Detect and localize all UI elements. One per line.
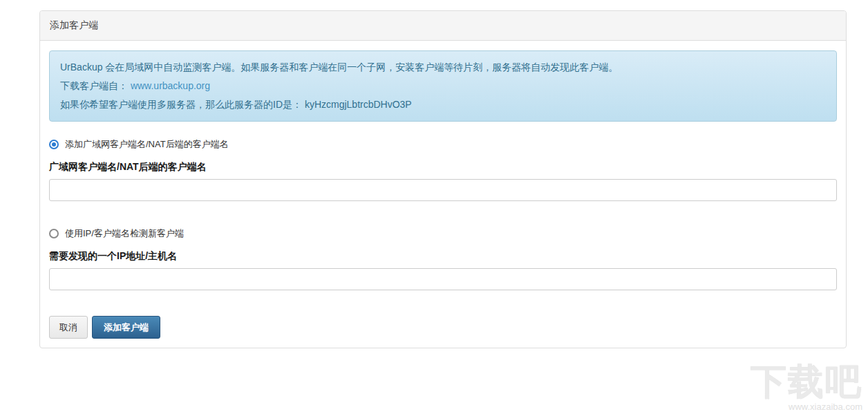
server-id-label: 如果你希望客户端使用多服务器，那么此服务器的ID是： [60,99,302,110]
panel-title: 添加客户端 [40,11,846,41]
info-box: UrBackup 会在局域网中自动监测客户端。如果服务器和客户端在同一个子网，安… [49,50,837,122]
radio-wan-label: 添加广域网客户端名/NAT后端的客户端名 [65,138,229,151]
cancel-button[interactable]: 取消 [49,316,88,339]
wan-client-name-label: 广域网客户端名/NAT后端的客户端名 [49,161,837,173]
radio-unselected-icon[interactable] [49,229,59,238]
panel-body: UrBackup 会在局域网中自动监测客户端。如果服务器和客户端在同一个子网，安… [40,41,846,348]
info-line-autodetect: UrBackup 会在局域网中自动监测客户端。如果服务器和客户端在同一个子网，安… [60,58,826,77]
watermark-logo: 下载吧 [751,364,862,399]
ip-hostname-label: 需要发现的一个IP地址/主机名 [49,250,837,263]
watermark-url: www.xiazaiba.com [751,402,862,411]
radio-selected-icon[interactable] [49,140,59,149]
info-line-server-id: 如果你希望客户端使用多服务器，那么此服务器的ID是： kyHzcmgjLbtrc… [60,95,826,114]
radio-option-wan-client[interactable]: 添加广域网客户端名/NAT后端的客户端名 [49,138,837,151]
radio-option-ip-detect[interactable]: 使用IP/客户端名检测新客户端 [49,227,837,240]
urbackup-link[interactable]: www.urbackup.org [131,80,210,91]
wan-client-name-input[interactable] [49,179,837,201]
radio-ip-label: 使用IP/客户端名检测新客户端 [65,227,184,240]
download-label: 下载客户端自： [60,80,128,91]
button-row: 取消 添加客户端 [49,316,837,339]
ip-hostname-input[interactable] [49,268,837,290]
info-line-download: 下载客户端自： www.urbackup.org [60,77,826,95]
add-client-button[interactable]: 添加客户端 [92,316,160,339]
add-client-panel: 添加客户端 UrBackup 会在局域网中自动监测客户端。如果服务器和客户端在同… [39,10,847,348]
server-id-value: kyHzcmgjLbtrcbDHvO3P [305,99,412,110]
watermark: 下载吧 www.xiazaiba.com [751,364,862,411]
